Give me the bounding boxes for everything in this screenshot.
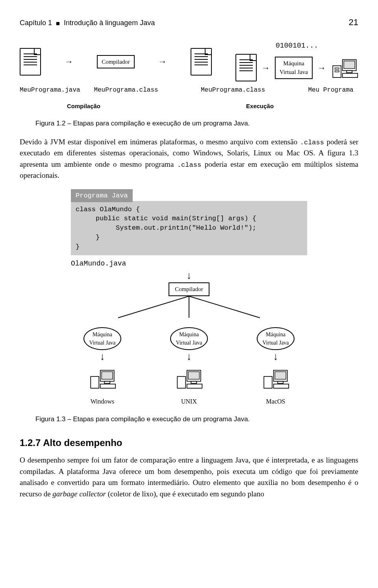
- svg-rect-10: [91, 376, 99, 388]
- jvm-text-1: Máquina: [262, 330, 289, 339]
- program-label: Meu Programa: [303, 85, 358, 95]
- p2-italic: garbage collector: [52, 490, 106, 498]
- svg-rect-13: [104, 381, 110, 383]
- page-number: 21: [349, 16, 358, 29]
- computer-icon: [331, 53, 358, 83]
- arrow-icon: →: [65, 55, 73, 68]
- down-arrow-icon: ↓: [273, 352, 278, 362]
- file-class-label-1: MeuPrograma.class: [91, 85, 161, 95]
- jvm-cell-2: Máquina Virtual Java ↓ UNIX: [159, 327, 219, 406]
- svg-rect-24: [274, 384, 289, 388]
- svg-rect-18: [191, 381, 196, 383]
- program-file-label: OlaMundo.java: [71, 258, 307, 269]
- computer-icon: [89, 363, 116, 394]
- svg-line-7: [118, 296, 189, 318]
- svg-rect-6: [343, 74, 358, 78]
- svg-rect-17: [188, 372, 199, 379]
- code-line: class OlaMundo {: [76, 206, 140, 213]
- class-doc-icon: [191, 48, 212, 76]
- jvm-label-2: Virtual Java: [280, 68, 308, 77]
- fan-lines-icon: [94, 296, 284, 323]
- jvm-text-2: Virtual Java: [176, 339, 202, 347]
- jvm-row: Máquina Virtual Java ↓ Windows Máquina V…: [73, 327, 305, 406]
- jvm-label-1: Máquina: [280, 59, 308, 68]
- code-line: public static void main(String[] args) {: [76, 215, 256, 222]
- figure-1-2: → Compilador → 0100101... → Máquina Virt…: [20, 41, 358, 111]
- source-doc-icon: [20, 48, 41, 76]
- program-code: class OlaMundo { public static void main…: [71, 201, 307, 256]
- os-label-unix: UNIX: [181, 397, 197, 406]
- paragraph-2: O desempenho sempre foi um fator de comp…: [20, 455, 358, 500]
- svg-rect-5: [346, 71, 352, 73]
- code-line: System.out.print1n("Hello World!");: [76, 224, 256, 232]
- jvm-cell-1: Máquina Virtual Java ↓ Windows: [73, 327, 132, 406]
- p2-text-2: (coletor de lixo), que é executado em se…: [106, 490, 264, 498]
- program-tab: Programa Java: [71, 189, 133, 203]
- compiler-box-2: Compilador: [169, 282, 209, 296]
- chapter-title-text: Introdução à linguagem Java: [64, 19, 155, 27]
- svg-rect-23: [278, 381, 283, 383]
- code-line: }: [76, 243, 80, 251]
- figure-1-2-caption: Figura 1.2 – Etapas para compilação e ex…: [35, 118, 358, 129]
- computer-icon: [262, 363, 289, 394]
- chapter-num: Capítulo 1: [20, 19, 52, 27]
- jvm-box: Máquina Virtual Java: [275, 57, 313, 79]
- down-arrow-icon: ↓: [187, 352, 192, 362]
- svg-rect-12: [102, 372, 113, 379]
- down-arrow-icon: ↓: [100, 352, 105, 362]
- section-heading: 1.2.7 Alto desempenho: [20, 436, 358, 450]
- file-class-label-2: MeuPrograma.class: [201, 85, 264, 95]
- p1-mono-1: .class: [300, 139, 324, 146]
- p1-mono-2: .class: [177, 161, 201, 169]
- svg-rect-15: [177, 376, 185, 388]
- arrow-icon: →: [261, 61, 270, 74]
- file-source-label: MeuPrograma.java: [20, 85, 51, 95]
- jvm-ellipse: Máquina Virtual Java: [257, 327, 294, 350]
- svg-rect-20: [264, 376, 272, 388]
- svg-rect-14: [100, 384, 116, 388]
- code-line: }: [76, 234, 100, 241]
- arrow-icon: →: [158, 55, 167, 68]
- jvm-cell-3: Máquina Virtual Java ↓ MacOS: [246, 327, 305, 406]
- compiler-box: Compilador: [97, 55, 135, 69]
- execute-label: Execução: [246, 102, 274, 111]
- os-label-windows: Windows: [91, 397, 115, 406]
- svg-line-9: [189, 296, 260, 318]
- class-doc-icon-2: [235, 54, 257, 81]
- jvm-text-1: Máquina: [89, 330, 115, 339]
- binary-label: 0100101...: [276, 41, 318, 51]
- p1-text-1: Devido à JVM estar disponível em inúmera…: [20, 138, 300, 146]
- compile-label: Compilação: [67, 102, 100, 111]
- chapter-label: Capítulo 1 Introdução à linguagem Java: [20, 18, 155, 28]
- page-header: Capítulo 1 Introdução à linguagem Java 2…: [20, 16, 358, 29]
- paragraph-1: Devido à JVM estar disponível em inúmera…: [20, 136, 358, 181]
- jvm-text-2: Virtual Java: [262, 339, 289, 347]
- figure-1-3: Programa Java class OlaMundo { public st…: [20, 189, 358, 406]
- os-label-macos: MacOS: [266, 397, 285, 406]
- program-box: Programa Java class OlaMundo { public st…: [71, 189, 307, 269]
- square-icon: [56, 22, 59, 25]
- jvm-text-1: Máquina: [176, 330, 202, 339]
- jvm-ellipse: Máquina Virtual Java: [170, 327, 208, 350]
- svg-rect-4: [344, 61, 355, 68]
- jvm-text-2: Virtual Java: [89, 339, 115, 347]
- jvm-ellipse: Máquina Virtual Java: [83, 327, 121, 350]
- down-arrow-icon: ↓: [187, 271, 192, 281]
- figure-1-3-caption: Figura 1.3 – Etapas para compilação e ex…: [35, 414, 358, 424]
- svg-rect-22: [275, 372, 286, 379]
- arrow-icon: →: [317, 61, 326, 74]
- svg-rect-0: [333, 66, 341, 77]
- svg-rect-19: [187, 384, 202, 388]
- computer-icon: [175, 363, 203, 394]
